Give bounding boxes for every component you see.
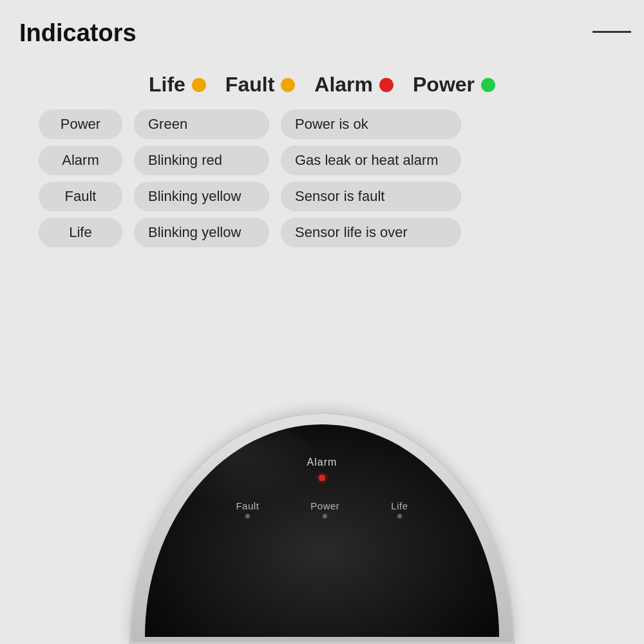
legend-label-fault: Fault (225, 73, 274, 97)
color-cell-power: Green (134, 109, 269, 139)
desc-cell-life: Sensor life is over (281, 218, 461, 247)
color-cell-alarm: Blinking red (134, 146, 269, 175)
legend-item-power: Power (413, 73, 495, 97)
header: Indicators (0, 0, 644, 53)
device-power-group: Power (310, 500, 339, 518)
page-container: Indicators Life Fault Alarm Power Power (0, 0, 644, 644)
legend-item-life: Life (149, 73, 206, 97)
table-row: Life Blinking yellow Sensor life is over (39, 218, 605, 247)
color-cell-fault: Blinking yellow (134, 182, 269, 211)
legend-dot-life (192, 78, 206, 92)
legend-item-fault: Fault (225, 73, 295, 97)
desc-cell-alarm: Gas leak or heat alarm (281, 146, 461, 175)
device-inner: Alarm Fault Power Life (145, 424, 499, 637)
device-life-group: Life (391, 500, 408, 518)
desc-cell-fault: Sensor is fault (281, 182, 461, 211)
table-row: Alarm Blinking red Gas leak or heat alar… (39, 146, 605, 175)
table-area: Power Green Power is ok Alarm Blinking r… (39, 109, 605, 247)
legend-label-power: Power (413, 73, 475, 97)
legend-dot-fault (281, 78, 295, 92)
table-row: Fault Blinking yellow Sensor is fault (39, 182, 605, 211)
color-cell-life: Blinking yellow (134, 218, 269, 247)
device-life-dot (397, 514, 402, 518)
device-power-label: Power (310, 500, 339, 511)
indicator-cell-fault: Fault (39, 182, 122, 211)
indicator-cell-alarm: Alarm (39, 146, 122, 175)
desc-cell-power: Power is ok (281, 109, 461, 139)
legend-label-life: Life (149, 73, 185, 97)
legend-item-alarm: Alarm (314, 73, 393, 97)
legend-dot-alarm (379, 78, 393, 92)
indicator-cell-life: Life (39, 218, 122, 247)
device-outer: Alarm Fault Power Life (129, 412, 515, 644)
device-glare (180, 424, 322, 509)
indicator-cell-power: Power (39, 109, 122, 139)
table-row: Power Green Power is ok (39, 109, 605, 139)
header-line (592, 31, 631, 33)
legend-dot-power (481, 78, 495, 92)
legend-label-alarm: Alarm (314, 73, 373, 97)
page-title: Indicators (19, 19, 137, 47)
device-power-dot (323, 514, 327, 518)
device-life-label: Life (391, 500, 408, 511)
device-fault-dot (245, 514, 250, 518)
device-section: Alarm Fault Power Life (0, 406, 644, 644)
legend-row: Life Fault Alarm Power (0, 73, 644, 97)
